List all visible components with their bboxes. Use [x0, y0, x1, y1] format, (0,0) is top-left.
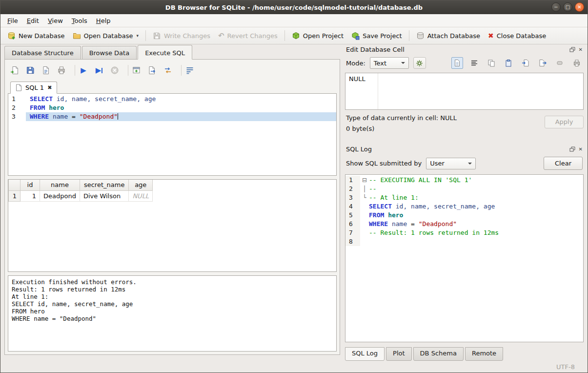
new-sql-tab-icon [132, 66, 141, 75]
copy-cell-button[interactable] [486, 57, 497, 69]
tab-database-structure[interactable]: Database Structure [4, 46, 81, 59]
filter-label: Show SQL submitted by [346, 160, 422, 167]
tab-browse-data[interactable]: Browse Data [82, 46, 137, 59]
encoding-indicator[interactable]: UTF-8 [556, 363, 575, 371]
submitted-by-value: User [430, 160, 445, 167]
open-database-label: Open Database [84, 32, 133, 40]
sql-keyword: WHERE [30, 113, 49, 120]
menu-file[interactable]: File [3, 15, 22, 26]
menu-help[interactable]: Help [92, 15, 115, 26]
column-header-secret-name[interactable]: secret_name [80, 180, 128, 190]
new-sql-tab-button[interactable] [131, 65, 142, 76]
sql-editor[interactable]: 1 SELECT id, name, secret_name, age 2 FR… [8, 94, 337, 176]
fold-marker-icon: │ [360, 185, 369, 193]
tab-remote[interactable]: Remote [465, 347, 503, 361]
float-dock-icon[interactable] [569, 146, 575, 152]
close-database-button[interactable]: ✖ Close Database [484, 30, 550, 41]
fold-marker-icon: └ [360, 193, 369, 202]
mode-value: Text [374, 60, 386, 67]
attach-database-button[interactable]: Attach Database [412, 30, 484, 42]
sql-toolbar: ▶ ▶ [8, 62, 337, 78]
open-sql-file-button[interactable] [9, 65, 20, 76]
menu-tools[interactable]: Tools [67, 15, 92, 26]
minimize-button[interactable]: − [551, 2, 561, 12]
editor-line[interactable]: 2 FROM hero [8, 104, 336, 112]
menu-view[interactable]: View [43, 15, 67, 26]
save-project-button[interactable]: Save Project [347, 30, 406, 42]
sql-tab[interactable]: SQL 1 ✖ [10, 82, 57, 94]
sql-string: "Deadpond" [80, 113, 118, 120]
cell-name[interactable]: Deadpond [40, 190, 80, 201]
new-database-label: New Database [19, 32, 65, 40]
revert-changes-icon: ↶ [218, 33, 224, 39]
print-cell-button[interactable] [571, 57, 583, 69]
execute-line-bar [101, 68, 102, 73]
close-window-button[interactable]: ✕ [575, 2, 584, 12]
editor-line-current[interactable]: 3 WHERE name = "Deadpond" [8, 112, 336, 121]
tab-sql-log[interactable]: SQL Log [345, 347, 385, 361]
auto-format-button[interactable] [413, 57, 426, 69]
cell-editor[interactable]: NULL [345, 73, 584, 110]
save-sql-file-button[interactable] [25, 65, 36, 76]
tab-execute-sql[interactable]: Execute SQL [138, 45, 192, 60]
table-row[interactable]: 1 1 Deadpond Dive Wilson NULL [9, 190, 153, 201]
execute-line-button[interactable]: ▶ [94, 65, 104, 76]
word-wrap-cell-button[interactable] [468, 57, 480, 69]
sql-file-icon [16, 84, 22, 91]
fold-marker-icon[interactable]: ⊟ [360, 176, 369, 185]
save-sql-file-icon [26, 66, 35, 75]
log-line: 7 -- Result: 1 rows returned in 12ms [345, 228, 583, 237]
import-cell-button[interactable] [520, 57, 531, 69]
column-header-id[interactable]: id [20, 180, 40, 190]
text-mode-button[interactable] [451, 57, 463, 69]
word-wrap-button[interactable] [184, 65, 195, 76]
cell-secret-name[interactable]: Dive Wilson [80, 190, 128, 201]
export-cell-button[interactable] [537, 57, 548, 69]
dock-icons: ✕ [569, 47, 583, 53]
editor-line[interactable]: 1 SELECT id, name, secret_name, age [8, 95, 336, 104]
sql-keyword: WHERE [369, 220, 388, 228]
log-line: 6 WHERE name = "Deadpond" [345, 220, 583, 228]
menubar: File Edit View Tools Help [0, 14, 588, 27]
export-icon [539, 59, 547, 67]
print-sql-button[interactable] [56, 65, 67, 76]
open-database-dropdown-icon[interactable]: ▾ [136, 33, 139, 38]
close-dock-icon[interactable]: ✕ [579, 147, 583, 152]
sql-tab-close-icon[interactable]: ✖ [47, 84, 52, 91]
sql-log-dock-header[interactable]: SQL Log ✕ [345, 144, 584, 155]
corner-header[interactable] [9, 180, 20, 190]
float-dock-icon[interactable] [569, 47, 575, 53]
log-line: 2 │ -- [345, 185, 583, 193]
tab-db-schema[interactable]: DB Schema [413, 347, 464, 361]
cell-id[interactable]: 1 [20, 190, 40, 201]
submitted-by-combobox[interactable]: User [426, 158, 476, 169]
new-database-button[interactable]: New Database [3, 30, 69, 42]
line-number: 1 [345, 176, 360, 185]
cell-age[interactable]: NULL [129, 190, 153, 201]
tab-plot[interactable]: Plot [386, 347, 412, 361]
export-sql-button[interactable] [147, 65, 158, 76]
sql-log-view[interactable]: 1 ⊟ -- EXECUTING ALL IN 'SQL 1' 2 │ -- 3… [345, 174, 584, 342]
open-database-button[interactable]: Open Database ▾ [69, 30, 142, 42]
column-header-age[interactable]: age [129, 180, 153, 190]
copy-icon [487, 59, 495, 67]
find-replace-button[interactable] [162, 65, 173, 76]
write-changes-button: Write Changes [149, 30, 214, 42]
save-sql-as-button[interactable] [41, 65, 51, 76]
cell-content[interactable]: NULL [349, 75, 365, 83]
edit-cell-dock-header[interactable]: Edit Database Cell ✕ [345, 44, 584, 55]
sql-string: "Deadpond" [419, 220, 457, 228]
execute-all-button[interactable]: ▶ [78, 65, 89, 76]
set-null-button[interactable] [554, 57, 566, 69]
sql-table-name: hero [384, 211, 403, 219]
paste-cell-button[interactable] [503, 57, 514, 69]
results-grid[interactable]: id name secret_name age 1 1 Deadpond Div… [8, 179, 337, 272]
close-dock-icon[interactable]: ✕ [579, 47, 583, 52]
menu-edit[interactable]: Edit [22, 15, 43, 26]
titlebar[interactable]: DB Browser for SQLite - /home/user/code/… [0, 0, 588, 14]
maximize-button[interactable]: □ [563, 2, 572, 12]
mode-combobox[interactable]: Text [370, 57, 409, 69]
clear-button[interactable]: Clear [544, 157, 583, 170]
column-header-name[interactable]: name [40, 180, 80, 190]
open-project-button[interactable]: Open Project [288, 30, 347, 42]
